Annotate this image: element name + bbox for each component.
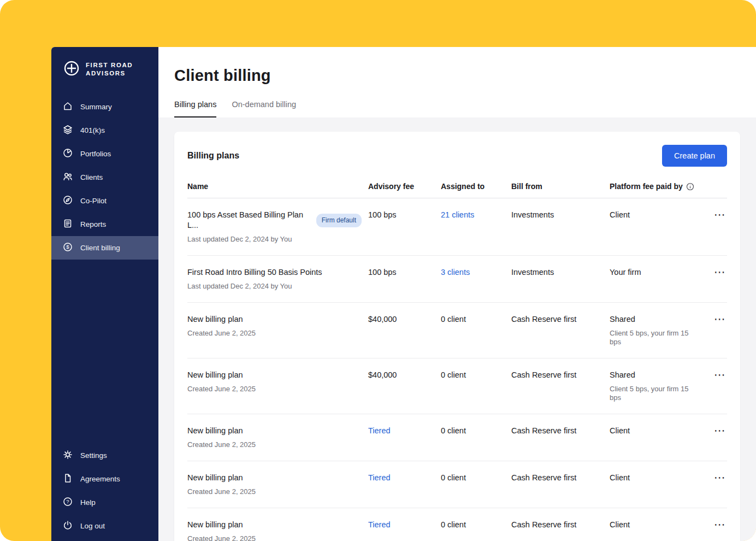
billing-plans-card: Billing plans Create plan Name Advisory … <box>174 132 740 541</box>
platform-fee-value: Shared <box>610 370 699 380</box>
sidebar-item-help[interactable]: ? Help <box>51 491 158 514</box>
assigned-clients-value: 0 client <box>441 520 511 530</box>
sidebar-item-client-billing[interactable]: $ Client billing <box>51 236 158 260</box>
create-plan-button[interactable]: Create plan <box>662 145 727 167</box>
sidebar-item-label: Summary <box>80 103 112 111</box>
info-icon[interactable] <box>686 183 694 191</box>
first-road-logo-icon <box>62 59 81 80</box>
plan-name: New billing plan <box>187 314 243 325</box>
platform-fee-value: Shared <box>610 314 699 325</box>
row-overflow-menu-icon[interactable]: ⋯ <box>713 210 727 220</box>
table-row: New billing plan Created June 2, 2025 Ti… <box>187 508 727 541</box>
sidebar-item-logout[interactable]: Log out <box>51 514 158 538</box>
row-overflow-menu-icon[interactable]: ⋯ <box>713 426 727 436</box>
gear-icon <box>62 449 73 462</box>
advisory-fee-value: 100 bps <box>368 267 441 278</box>
main-area: Client billing Billing plans On-demand b… <box>158 47 756 541</box>
sidebar-item-label: Clients <box>80 173 103 181</box>
sidebar-item-label: Reports <box>80 220 106 228</box>
pie-chart-icon <box>62 148 73 160</box>
bill-from-value: Cash Reserve first <box>511 473 610 483</box>
sidebar-item-copilot[interactable]: Co-Pilot <box>51 189 158 213</box>
platform-fee-value: Your firm <box>610 267 705 278</box>
card-title: Billing plans <box>187 151 239 161</box>
sidebar-item-label: 401(k)s <box>80 126 105 134</box>
platform-fee-subtitle: Client 5 bps, your firm 15 bps <box>610 385 699 402</box>
row-overflow-menu-icon[interactable]: ⋯ <box>713 314 727 324</box>
layers-icon <box>62 124 73 137</box>
plan-name: New billing plan <box>187 370 243 380</box>
advisory-fee-tiered-link[interactable]: Tiered <box>368 473 441 483</box>
app-window: FIRST ROAD ADVISORS Summary <box>51 47 756 541</box>
bill-from-value: Cash Reserve first <box>511 426 610 436</box>
sidebar-item-portfolios[interactable]: Portfolios <box>51 142 158 166</box>
sidebar-item-settings[interactable]: Settings <box>51 444 158 467</box>
row-overflow-menu-icon[interactable]: ⋯ <box>713 370 727 380</box>
sidebar-item-label: Log out <box>80 522 105 530</box>
bill-from-value: Cash Reserve first <box>511 370 610 380</box>
question-circle-icon: ? <box>62 496 73 509</box>
platform-fee-value: Client <box>610 210 705 220</box>
tab-billing-plans[interactable]: Billing plans <box>174 100 216 117</box>
table-row: New billing plan Created June 2, 2025 $4… <box>187 303 727 358</box>
assigned-clients-link[interactable]: 3 clients <box>441 267 511 278</box>
sidebar-item-clients[interactable]: Clients <box>51 166 158 189</box>
advisory-fee-tiered-link[interactable]: Tiered <box>368 520 441 530</box>
advisory-fee-value: 100 bps <box>368 210 441 220</box>
plan-name: First Road Intro Billing 50 Basis Points <box>187 267 322 278</box>
plan-name: New billing plan <box>187 426 243 436</box>
sidebar-footer-nav: Settings Agreements ? <box>51 444 158 541</box>
plan-subtitle: Created June 2, 2025 <box>187 534 362 541</box>
sidebar-item-summary[interactable]: Summary <box>51 95 158 119</box>
sidebar: FIRST ROAD ADVISORS Summary <box>51 47 158 541</box>
plan-name: New billing plan <box>187 520 243 530</box>
sidebar-item-agreements[interactable]: Agreements <box>51 467 158 491</box>
column-header-platform-fee: Platform fee paid by <box>610 182 683 191</box>
compass-icon <box>62 195 73 207</box>
tab-bar: Billing plans On-demand billing <box>174 100 740 117</box>
platform-fee-value: Client <box>610 473 705 483</box>
column-header-advisory-fee: Advisory fee <box>368 182 441 191</box>
sidebar-item-label: Co-Pilot <box>80 197 107 205</box>
assigned-clients-value: 0 client <box>441 426 511 436</box>
report-icon <box>62 218 73 231</box>
platform-fee-value: Client <box>610 520 705 530</box>
sidebar-nav: Summary 401(k)s <box>51 95 158 260</box>
assigned-clients-link[interactable]: 21 clients <box>441 210 511 220</box>
dollar-circle-icon: $ <box>62 242 73 254</box>
table-row: New billing plan Created June 2, 2025 Ti… <box>187 414 727 461</box>
advisory-fee-value: $40,000 <box>368 314 441 325</box>
advisory-fee-value: $40,000 <box>368 370 441 380</box>
plan-subtitle: Created June 2, 2025 <box>187 440 362 449</box>
bill-from-value: Cash Reserve first <box>511 314 610 325</box>
people-icon <box>62 171 73 184</box>
plan-name: New billing plan <box>187 473 243 483</box>
plan-subtitle: Created June 2, 2025 <box>187 329 362 338</box>
row-overflow-menu-icon[interactable]: ⋯ <box>713 520 727 530</box>
svg-text:?: ? <box>66 498 69 504</box>
bill-from-value: Investments <box>511 210 610 220</box>
home-icon <box>62 101 73 113</box>
table-header: Name Advisory fee Assigned to Bill from … <box>187 175 727 198</box>
platform-fee-value: Client <box>610 426 705 436</box>
sidebar-item-label: Settings <box>80 451 107 460</box>
assigned-clients-value: 0 client <box>441 370 511 380</box>
sidebar-item-reports[interactable]: Reports <box>51 213 158 236</box>
sidebar-item-label: Agreements <box>80 475 120 483</box>
column-header-bill-from: Bill from <box>511 182 610 191</box>
firm-default-badge: Firm default <box>316 214 362 227</box>
plan-subtitle: Created June 2, 2025 <box>187 385 362 393</box>
table-row: First Road Intro Billing 50 Basis Points… <box>187 256 727 303</box>
content-area: Billing plans Create plan Name Advisory … <box>158 117 756 541</box>
power-icon <box>62 520 73 532</box>
sidebar-item-401ks[interactable]: 401(k)s <box>51 119 158 142</box>
tab-on-demand-billing[interactable]: On-demand billing <box>232 100 296 117</box>
plan-subtitle: Created June 2, 2025 <box>187 487 362 496</box>
sidebar-item-label: Client billing <box>80 244 120 252</box>
row-overflow-menu-icon[interactable]: ⋯ <box>713 267 727 277</box>
row-overflow-menu-icon[interactable]: ⋯ <box>713 473 727 483</box>
advisory-fee-tiered-link[interactable]: Tiered <box>368 426 441 436</box>
bill-from-value: Investments <box>511 267 610 278</box>
platform-fee-subtitle: Client 5 bps, your firm 15 bps <box>610 329 699 346</box>
plan-subtitle: Last updated Dec 2, 2024 by You <box>187 282 362 291</box>
